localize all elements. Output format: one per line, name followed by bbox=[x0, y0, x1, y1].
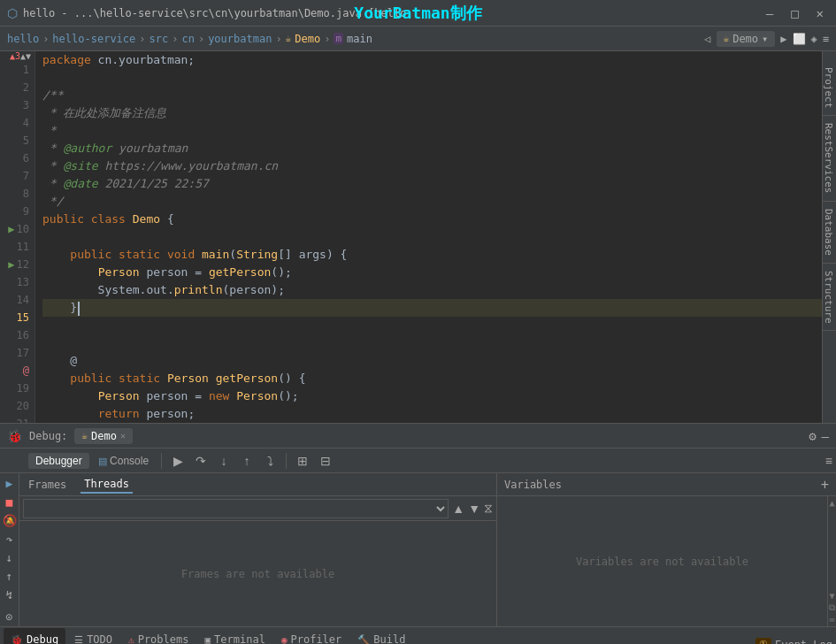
breadcrumb-main[interactable]: main bbox=[347, 33, 372, 45]
debug-panel: 🐞 Debug: ☕ Demo ✕ ⚙ — Debugger ▤ Console… bbox=[0, 423, 836, 626]
frames-tabs: Frames Threads bbox=[19, 473, 496, 496]
error-nav-down[interactable]: ▼ bbox=[26, 51, 31, 61]
debug-minimize-button[interactable]: — bbox=[822, 429, 829, 443]
debug-tab-label: Debug bbox=[27, 633, 58, 644]
code-line-11 bbox=[42, 228, 822, 246]
threads-tab[interactable]: Threads bbox=[81, 476, 133, 494]
thread-dropdown[interactable] bbox=[23, 499, 449, 518]
breadcrumb-yourbatman[interactable]: yourbatman bbox=[208, 33, 272, 45]
variables-add-button[interactable]: + bbox=[821, 477, 829, 493]
console-tab-button[interactable]: ▤ Console bbox=[91, 453, 156, 469]
step-into-button[interactable]: ↓ bbox=[213, 450, 234, 472]
nav-back-button[interactable]: ◁ bbox=[704, 33, 710, 45]
code-line-1: package cn.yourbatman; bbox=[42, 51, 822, 69]
scroll-down-button[interactable]: ▼ bbox=[829, 591, 834, 601]
debug-session-name: Demo bbox=[91, 430, 117, 442]
editor-area: ▲3 ▲ ▼ 1 2 3 4 5 6 7 8 9 ▶10 11 ▶12 13 1… bbox=[0, 51, 836, 423]
step-over-icon[interactable]: ↷ bbox=[6, 533, 13, 546]
resume-icon[interactable]: ▶ bbox=[6, 477, 13, 490]
event-log-button[interactable]: Event Log bbox=[775, 639, 832, 645]
profiler-tab-label: Profiler bbox=[291, 633, 342, 644]
terminal-tab[interactable]: ▣ Terminal bbox=[197, 628, 272, 644]
problems-tab-label: Problems bbox=[138, 633, 189, 644]
code-line-16 bbox=[42, 317, 822, 334]
toolbar-sep1 bbox=[161, 453, 162, 469]
step-out-button[interactable]: ↑ bbox=[236, 450, 257, 472]
code-editor[interactable]: package cn.yourbatman; /** * 在此处添加备注信息 *… bbox=[35, 51, 822, 423]
minimize-button[interactable]: — bbox=[761, 6, 778, 20]
thread-dropdown-row: ▲ ▼ ⧖ bbox=[19, 496, 496, 521]
thread-up-button[interactable]: ▲ bbox=[452, 502, 464, 516]
breadcrumb-hello[interactable]: hello bbox=[7, 33, 39, 45]
debug-settings-button[interactable]: ⚙ bbox=[809, 429, 816, 443]
step-into-icon[interactable]: ↓ bbox=[6, 551, 13, 564]
watch-button[interactable]: ⊟ bbox=[315, 450, 336, 472]
sidebar-structure-tab[interactable]: Structure bbox=[823, 264, 836, 332]
debugger-tab-button[interactable]: Debugger bbox=[28, 453, 89, 469]
mute-icon[interactable]: 🔕 bbox=[3, 514, 17, 527]
thread-down-button[interactable]: ▼ bbox=[468, 502, 480, 516]
variables-title-label: Variables bbox=[504, 479, 562, 491]
debug-more-button[interactable]: ≡ bbox=[825, 454, 832, 468]
statusbar: 🐞 Debug ☰ TODO ⚠ Problems ▣ Terminal ◉ P… bbox=[0, 626, 836, 644]
breadcrumb-sep5: › bbox=[275, 33, 281, 45]
stop-icon[interactable]: ■ bbox=[6, 495, 13, 509]
breadcrumb-demo[interactable]: Demo bbox=[295, 33, 320, 45]
sidebar-database-tab[interactable]: Database bbox=[823, 202, 836, 264]
build-tab[interactable]: 🔨 Build bbox=[350, 628, 412, 644]
app-icon: ⬡ bbox=[7, 6, 18, 20]
scroll-up-button[interactable]: ▲ bbox=[829, 498, 834, 508]
run-config-button[interactable]: ☕ Demo ▾ bbox=[717, 31, 776, 47]
debug-tab[interactable]: 🐞 Debug bbox=[4, 628, 65, 644]
code-line-12: public static void main(String[] args) { bbox=[42, 246, 822, 264]
terminal-tab-label: Terminal bbox=[214, 633, 265, 644]
todo-tab[interactable]: ☰ TODO bbox=[67, 628, 119, 644]
debug-header: 🐞 Debug: ☕ Demo ✕ ⚙ — bbox=[0, 424, 836, 448]
profiler-tab-icon: ◉ bbox=[281, 634, 288, 645]
code-line-2 bbox=[42, 69, 822, 87]
resume-button[interactable]: ▶ bbox=[167, 450, 188, 472]
debug-session-close[interactable]: ✕ bbox=[120, 431, 126, 441]
code-line-19: public static Person getPerson() { bbox=[42, 370, 822, 387]
console-label: Console bbox=[110, 455, 149, 467]
breadcrumb-src[interactable]: src bbox=[150, 33, 169, 45]
debug-run-button[interactable]: ⬜ bbox=[793, 33, 806, 45]
thread-filter-button[interactable]: ⧖ bbox=[484, 501, 493, 516]
build-tab-label: Build bbox=[373, 633, 405, 644]
breadcrumb-demo-icon: ☕ bbox=[286, 33, 292, 44]
evaluate-expr-icon[interactable]: ⊙ bbox=[6, 610, 13, 624]
debug-left-strip: ▶ ■ 🔕 ↷ ↓ ↑ ↯ ⊙ ⚙ bbox=[0, 473, 19, 626]
stop-button[interactable]: ◈ bbox=[811, 33, 817, 45]
more-button[interactable]: ≡ bbox=[823, 33, 829, 45]
debug-session-tab[interactable]: ☕ Demo ✕ bbox=[74, 428, 133, 444]
scroll-copy-button[interactable]: ⧉ bbox=[829, 602, 835, 613]
profiler-tab[interactable]: ◉ Profiler bbox=[274, 628, 349, 644]
run-to-cursor-button[interactable]: ⤵ bbox=[259, 450, 280, 472]
run-button[interactable]: ▶ bbox=[780, 33, 786, 45]
step-over-button[interactable]: ↷ bbox=[190, 450, 211, 472]
variables-panel: Variables + Variables are not available … bbox=[497, 473, 836, 626]
code-line-14: System.out.println(person); bbox=[42, 281, 822, 299]
code-line-17 bbox=[42, 334, 822, 352]
close-button[interactable]: ✕ bbox=[811, 6, 829, 20]
titlebar-title: hello - ...\hello-service\src\cn\yourbat… bbox=[23, 7, 406, 19]
frames-tab[interactable]: Frames bbox=[25, 477, 70, 493]
breadcrumb-hello-service[interactable]: hello-service bbox=[52, 33, 135, 45]
breadcrumb-cn[interactable]: cn bbox=[181, 33, 194, 45]
debug-toolbar: Debugger ▤ Console ▶ ↷ ↓ ↑ ⤵ ⊞ ⊟ ≡ bbox=[0, 448, 836, 473]
titlebar-controls: — □ ✕ bbox=[761, 6, 829, 20]
maximize-button[interactable]: □ bbox=[786, 6, 803, 20]
step-out-icon[interactable]: ↑ bbox=[6, 570, 13, 583]
problems-tab-icon: ⚠ bbox=[128, 634, 134, 645]
breadcrumb-sep6: › bbox=[324, 33, 330, 45]
scroll-watch-button[interactable]: ∞ bbox=[829, 615, 834, 625]
sidebar-restservices-tab[interactable]: RestServices bbox=[823, 116, 836, 201]
breadcrumb-sep2: › bbox=[139, 33, 145, 45]
code-line-3: /** bbox=[42, 87, 822, 104]
sidebar-project-tab[interactable]: Project bbox=[823, 60, 836, 116]
evaluate-button[interactable]: ⊞ bbox=[292, 450, 313, 472]
watermark: YourBatman制作 bbox=[354, 3, 481, 24]
run-cursor-icon[interactable]: ↯ bbox=[6, 588, 13, 602]
problems-tab[interactable]: ⚠ Problems bbox=[121, 628, 196, 644]
debug-title-label: Debug: bbox=[29, 430, 67, 442]
